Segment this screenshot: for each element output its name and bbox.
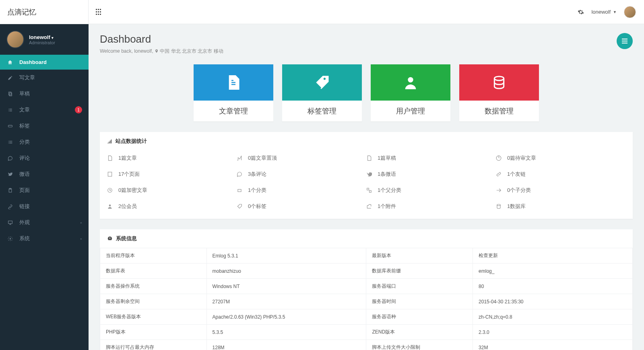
stat-icon: [237, 187, 243, 193]
stat-icon: [107, 155, 114, 161]
stat-label: 0篇加密文章: [118, 187, 147, 194]
stat-item[interactable]: 17个页面: [107, 171, 237, 178]
stat-item[interactable]: 1篇草稿: [366, 154, 496, 162]
tile-tags[interactable]: 标签管理: [282, 64, 362, 121]
tile-articles[interactable]: 文章管理: [194, 64, 273, 121]
stat-icon: [107, 187, 114, 193]
sidebar-item-dashboard[interactable]: Dashboard: [0, 55, 89, 70]
sidebar-item-tweet[interactable]: 微语: [0, 166, 89, 182]
stat-item[interactable]: 1个附件: [366, 203, 496, 210]
stat-item[interactable]: 1个父分类: [366, 187, 496, 194]
table-row: 服务器操作系统Windows NT服务器端口80: [100, 279, 633, 294]
stat-label: 1篇文章: [118, 154, 137, 162]
tile-data[interactable]: 数据管理: [459, 64, 539, 121]
sysinfo-value: 2015-04-30 21:35:30: [473, 294, 633, 309]
profile-block[interactable]: lonewolf ▾ Administrator: [0, 24, 89, 55]
menu-fab[interactable]: [617, 33, 633, 49]
database-icon: [491, 74, 507, 91]
clipboard-icon: [6, 188, 14, 193]
stat-item[interactable]: 0篇待审文章: [496, 154, 625, 162]
stat-item[interactable]: 3条评论: [237, 171, 366, 178]
stat-item[interactable]: 0篇文章置顶: [237, 154, 366, 162]
stat-label: 1个分类: [248, 187, 266, 194]
gear-icon: [6, 236, 14, 241]
avatar[interactable]: [624, 6, 636, 18]
stat-icon: [496, 155, 502, 161]
sidebar-item-appearance[interactable]: 外观▸: [0, 214, 89, 231]
stat-label: 2位会员: [118, 203, 137, 210]
table-row: PHP版本5.3.5ZEND版本2.3.0: [100, 325, 633, 340]
table-row: WEB服务器版本Apache/2.0.63 (Win32) PHP/5.3.5服…: [100, 309, 633, 325]
svg-point-8: [494, 76, 504, 80]
stat-icon: [496, 187, 502, 193]
sysinfo-key: 数据库表: [100, 264, 207, 279]
sidebar: lonewolf ▾ Administrator Dashboard 写文章 草…: [0, 24, 89, 350]
plus-list-icon: [6, 140, 14, 145]
svg-rect-0: [8, 92, 11, 95]
table-row: 当前程序版本Emlog 5.3.1最新版本检查更新: [100, 248, 633, 264]
svg-rect-13: [369, 191, 372, 193]
sysinfo-value: Apache/2.0.63 (Win32) PHP/5.3.5: [206, 309, 366, 325]
sysinfo-key: 脚本运行可占最大内存: [100, 340, 207, 350]
sidebar-item-draft[interactable]: 草稿: [0, 86, 89, 102]
stat-label: 0篇待审文章: [507, 154, 536, 162]
sysinfo-key: 当前程序版本: [100, 248, 207, 264]
gear-icon[interactable]: [578, 9, 584, 15]
stat-item[interactable]: 1个分类: [237, 187, 366, 194]
sysinfo-value: 5.3.5: [206, 325, 366, 340]
user-dropdown[interactable]: lonewolf ▼: [591, 9, 617, 15]
sysinfo-value: zh-CN,zh;q=0.8: [473, 309, 633, 325]
caret-down-icon: ▼: [613, 10, 617, 14]
chevron-right-icon: ▸: [80, 237, 82, 241]
sidebar-item-category[interactable]: 分类: [0, 134, 89, 150]
sysinfo-key: 服务器剩余空间: [100, 294, 207, 309]
sidebar-item-article[interactable]: 文章1: [0, 102, 89, 118]
sysinfo-key: 服务器端口: [366, 279, 473, 294]
sysinfo-value: Windows NT: [206, 279, 366, 294]
table-row: 数据库表mobanzhizuo数据库表前缀emlog_: [100, 264, 633, 279]
sysinfo-value: emlog_: [473, 264, 633, 279]
stat-item[interactable]: 0个标签: [237, 203, 366, 210]
dashboard-icon: [107, 236, 113, 241]
table-row: 脚本运行可占最大内存128M脚本上传文件大小限制32M: [100, 340, 633, 350]
stat-icon: [237, 155, 243, 161]
sidebar-item-tag[interactable]: 标签: [0, 118, 89, 134]
sysinfo-key: WEB服务器版本: [100, 309, 207, 325]
sidebar-item-comment[interactable]: 评论: [0, 150, 89, 166]
edit-icon: [6, 75, 14, 80]
sidebar-item-write[interactable]: 写文章: [0, 70, 89, 86]
svg-rect-12: [367, 188, 369, 190]
stat-icon: [237, 204, 243, 209]
stat-item[interactable]: 1条微语: [366, 171, 496, 178]
stat-item[interactable]: 0篇加密文章: [107, 187, 237, 194]
stats-title: 站点数据统计: [116, 138, 147, 145]
sysinfo-key: 服务器操作系统: [100, 279, 207, 294]
stat-icon: [496, 204, 502, 209]
tile-users[interactable]: 用户管理: [371, 64, 450, 121]
copy-icon: [6, 91, 14, 97]
article-badge: 1: [75, 106, 82, 113]
stat-item[interactable]: 1篇文章: [107, 154, 237, 162]
stat-item[interactable]: 2位会员: [107, 203, 237, 210]
svg-rect-5: [8, 221, 12, 224]
sysinfo-value: 80: [473, 279, 633, 294]
stats-panel: 站点数据统计 1篇文章0篇文章置顶1篇草稿0篇待审文章17个页面3条评论1条微语…: [100, 132, 633, 219]
stat-label: 17个页面: [118, 171, 140, 178]
stat-icon: [107, 204, 114, 209]
table-row: 服务器剩余空间27207M服务器时间2015-04-30 21:35:30: [100, 294, 633, 309]
sysinfo-key: 最新版本: [366, 248, 473, 264]
caret-down-icon: ▾: [52, 35, 54, 39]
stat-item[interactable]: 1个友链: [496, 171, 625, 178]
sidebar-item-link[interactable]: 链接: [0, 198, 89, 214]
svg-point-6: [9, 238, 10, 239]
location-icon: [155, 49, 159, 54]
sysinfo-key: 服务器时间: [366, 294, 473, 309]
stat-item[interactable]: 0个子分类: [496, 187, 625, 194]
brand[interactable]: 点滴记忆: [0, 0, 89, 24]
sidebar-item-page[interactable]: 页面: [0, 182, 89, 198]
apps-icon[interactable]: [96, 9, 102, 15]
comment-icon: [6, 156, 14, 161]
stat-item[interactable]: 1数据库: [496, 203, 625, 210]
sidebar-item-system[interactable]: 系统▸: [0, 231, 89, 247]
sysinfo-value: 27207M: [206, 294, 366, 309]
